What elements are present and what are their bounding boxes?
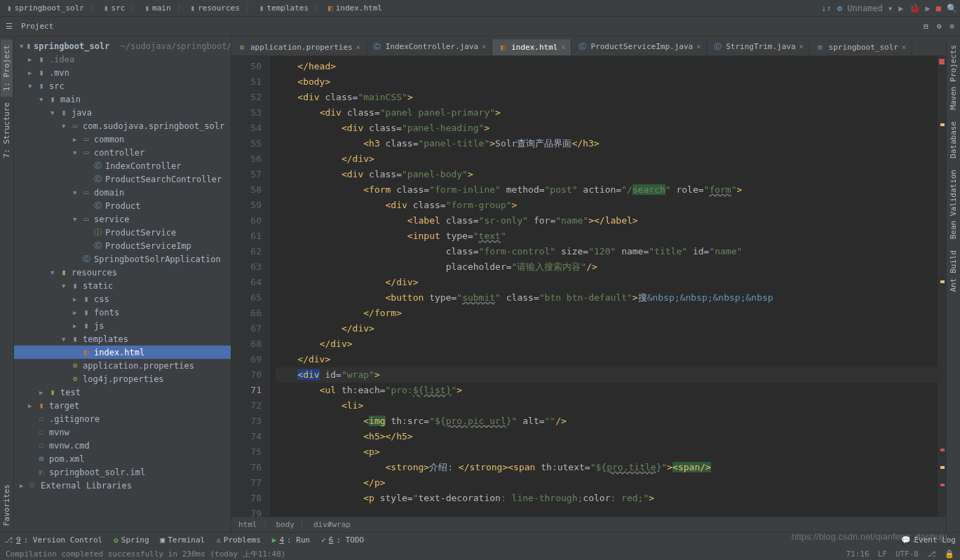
folder-icon: ▮ (104, 4, 109, 13)
cursor-position[interactable]: 71:16 (846, 549, 870, 559)
folder-icon: ▮ (7, 4, 12, 13)
code-editor[interactable]: 5051525354555657585960616263646566676869… (231, 56, 946, 517)
breadcrumb-item[interactable]: body (276, 520, 295, 529)
git-branch[interactable]: ⎇ (927, 549, 936, 559)
coverage-button[interactable]: ▶ (926, 4, 931, 13)
spring-tab[interactable]: ✿Spring (114, 535, 149, 545)
collapse-icon[interactable]: ⊟ (924, 22, 928, 31)
tree-item[interactable]: ▮target (14, 399, 231, 412)
tree-item[interactable]: ▮css (14, 292, 231, 306)
stop-button[interactable]: ■ (936, 4, 941, 13)
problems-tab[interactable]: ⚠Problems (216, 535, 261, 545)
tree-item[interactable]: ▭controller (14, 146, 231, 159)
project-view-label[interactable]: Project (21, 22, 53, 31)
tree-file[interactable]: ⒸSpringbootSolrApplication (14, 252, 231, 266)
code-content[interactable]: </head> <body> <div class="mainCSS"> <di… (270, 56, 946, 517)
tree-file[interactable]: ⒸProduct (14, 199, 231, 212)
search-icon[interactable]: 🔍 (947, 4, 957, 13)
tree-item[interactable]: ▮.idea (14, 53, 231, 66)
close-icon[interactable]: × (799, 43, 804, 50)
run-button[interactable]: ▶ (898, 4, 903, 13)
settings-icon[interactable]: ⚙ (937, 22, 942, 31)
tree-item[interactable]: ▮templates (14, 332, 231, 346)
terminal-tab[interactable]: ▣Terminal (161, 535, 205, 545)
editor-tab-active[interactable]: ◧index.html× (492, 39, 572, 55)
tree-item[interactable]: ▮test (14, 385, 231, 399)
commit-icon[interactable]: ↓↑ (821, 4, 831, 13)
error-marker[interactable] (940, 484, 945, 486)
breadcrumb-root[interactable]: ▮springboot_solr (3, 2, 88, 14)
error-marker[interactable] (939, 59, 945, 64)
database-tab[interactable]: Database (947, 116, 959, 164)
breadcrumb-item[interactable]: div#wrap (313, 520, 351, 529)
breadcrumb-item[interactable]: html (238, 520, 257, 529)
run-tab[interactable]: ▶4: Run (272, 535, 310, 545)
error-marker[interactable] (940, 449, 945, 451)
tree-item[interactable]: ▭service (14, 212, 231, 226)
project-view-icon[interactable]: ☰ (6, 22, 13, 31)
tree-item[interactable]: ▮js (14, 319, 231, 332)
file-encoding[interactable]: UTF-8 (895, 549, 919, 559)
warning-marker[interactable] (940, 466, 945, 469)
close-icon[interactable]: × (696, 43, 701, 50)
tree-file[interactable]: ⚙application.properties (14, 359, 231, 372)
tree-item[interactable]: ▮src (14, 79, 231, 93)
warning-marker[interactable] (940, 280, 945, 283)
run-config-selector[interactable]: ⚙ Unnamed ▾ (837, 4, 893, 13)
tree-file[interactable]: ◻mvnw.cmd (14, 439, 231, 452)
tree-root[interactable]: ▮springboot_solr ~/sudojava/springboot/s… (14, 39, 231, 53)
tree-item[interactable]: ▭common (14, 132, 231, 146)
favorites-tab[interactable]: Favorites (1, 479, 13, 532)
tree-item[interactable]: ▮static (14, 279, 231, 292)
tree-file[interactable]: ◻mvnw (14, 425, 231, 439)
tree-file[interactable]: ⒾProductService (14, 226, 231, 239)
project-tab[interactable]: 1: Project (1, 39, 13, 97)
tree-file[interactable]: ⚙log4j.properties (14, 372, 231, 385)
line-ending[interactable]: LF (878, 549, 887, 559)
bean-validation-tab[interactable]: Bean Validation (947, 164, 959, 245)
breadcrumb-item[interactable]: ▮src (100, 2, 130, 14)
structure-tab[interactable]: 7: Structure (1, 97, 13, 163)
tree-item[interactable]: ▮fonts (14, 306, 231, 319)
editor-tab[interactable]: ⒸProductServiceImp.java× (572, 38, 707, 55)
tree-item[interactable]: ⊪External Libraries (14, 479, 231, 492)
version-control-tab[interactable]: ⎇9: Version Control (4, 535, 102, 545)
breadcrumb-file[interactable]: ◧index.html (324, 2, 386, 14)
tree-file-selected[interactable]: ◧index.html (14, 346, 231, 359)
tree-file[interactable]: ⒸIndexController (14, 159, 231, 172)
tree-item[interactable]: ▭domain (14, 186, 231, 199)
tree-item[interactable]: ▮java (14, 106, 231, 119)
tree-file[interactable]: mpom.xml (14, 452, 231, 465)
close-icon[interactable]: × (482, 43, 486, 50)
tree-file[interactable]: ◧springboot_solr.iml (14, 465, 231, 479)
editor-tab[interactable]: ⒸStringTrim.java× (707, 38, 809, 55)
line-gutter: 5051525354555657585960616263646566676869… (231, 56, 270, 517)
tree-item[interactable]: ▮main (14, 93, 231, 106)
watermark: https://blog.csdn.net/qianfeng_dashuju (791, 531, 947, 542)
error-stripe[interactable] (938, 56, 946, 517)
editor-tab[interactable]: ⒸIndexController.java× (367, 38, 492, 55)
breadcrumb-item[interactable]: ▮templates (255, 2, 313, 14)
ant-build-tab[interactable]: Ant Build (947, 245, 959, 298)
hide-icon[interactable]: ⊖ (949, 22, 954, 31)
maven-tab[interactable]: Maven Projects (947, 39, 959, 116)
close-icon[interactable]: × (902, 43, 906, 51)
breadcrumb-item[interactable]: ▮main (140, 2, 175, 14)
editor-tab[interactable]: mspringboot_solr× (810, 39, 912, 55)
editor-breadcrumbs: html 〉 body 〉 div#wrap (231, 517, 946, 532)
tree-file[interactable]: ⒸProductServiceImp (14, 239, 231, 252)
editor-tab[interactable]: ⚙application.properties× (231, 39, 367, 55)
lock-icon[interactable]: 🔒 (945, 549, 954, 559)
todo-tab[interactable]: ✓6: TODO (321, 535, 364, 545)
debug-button[interactable]: 🐞 (910, 4, 920, 13)
close-icon[interactable]: × (561, 43, 565, 51)
tree-item[interactable]: ▭com.sudojava.springboot_solr (14, 119, 231, 132)
warning-marker[interactable] (940, 123, 945, 126)
breadcrumb-item[interactable]: ▮resources (187, 2, 244, 14)
close-icon[interactable]: × (356, 43, 360, 51)
tree-file[interactable]: ⒸProductSearchController (14, 172, 231, 186)
tree-item[interactable]: ▮resources (14, 266, 231, 279)
tree-item[interactable]: ▮.mvn (14, 66, 231, 79)
tree-file[interactable]: ◻.gitignore (14, 412, 231, 425)
right-tool-tabs: Maven Projects Database Bean Validation … (946, 36, 960, 532)
